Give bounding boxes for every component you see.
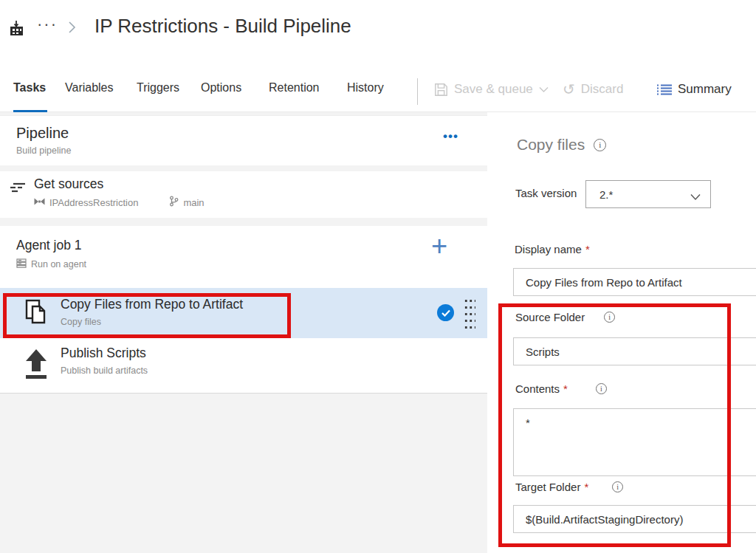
save-and-queue-button[interactable]: Save & queue [434, 82, 549, 97]
get-sources-icon [10, 182, 27, 195]
task-selected-check-icon [437, 304, 454, 321]
task-settings-title: Copy files [517, 136, 585, 154]
toolbar-divider [417, 78, 418, 105]
required-asterisk: * [585, 243, 590, 255]
save-icon [434, 83, 448, 97]
task-subtitle: Publish build artifacts [61, 365, 148, 376]
agent-job-header[interactable]: Agent job 1 Run on agent + [0, 226, 487, 288]
info-icon[interactable]: i [594, 139, 606, 151]
pipeline-more-button[interactable]: ••• [443, 129, 458, 144]
chevron-down-icon [690, 190, 701, 204]
pipeline-task-list-panel: Pipeline Build pipeline ••• Get sources [0, 112, 487, 553]
task-item-publish-scripts[interactable]: Publish Scripts Publish build artifacts [0, 338, 487, 394]
task-item-copy-files[interactable]: Copy Files from Repo to Artifact Copy fi… [0, 288, 487, 338]
tab-tasks[interactable]: Tasks [13, 81, 46, 95]
get-sources-item[interactable]: Get sources IPAddressRestriction [0, 171, 487, 218]
agent-icon [16, 258, 27, 270]
tab-retention[interactable]: Retention [269, 81, 320, 95]
agent-job-title: Agent job 1 [16, 238, 82, 253]
get-sources-title: Get sources [34, 176, 103, 192]
build-definition-icon [7, 19, 27, 38]
save-queue-chevron-icon [539, 86, 549, 93]
publish-artifacts-icon [22, 348, 50, 383]
info-icon[interactable]: i [604, 312, 615, 323]
pipeline-editor-window: ··· IP Restrictions - Build Pipeline Tas… [0, 0, 756, 553]
pipeline-header-card[interactable]: Pipeline Build pipeline ••• [0, 115, 487, 165]
task-title: Publish Scripts [61, 346, 146, 361]
pipeline-title: Pipeline [16, 125, 69, 142]
required-asterisk: * [584, 481, 588, 493]
task-settings-panel: Copy files i Task version 2.* Display na… [487, 112, 756, 553]
required-asterisk: * [563, 382, 568, 395]
page-title: IP Restrictions - Build Pipeline [94, 15, 351, 38]
repository-name: IPAddressRestriction [49, 197, 138, 208]
summary-button[interactable]: Summary [657, 82, 732, 97]
task-title: Copy Files from Repo to Artifact [61, 297, 243, 312]
breadcrumb-ellipsis-button[interactable]: ··· [37, 15, 58, 34]
tab-options[interactable]: Options [201, 81, 241, 95]
contents-label: Contents [515, 382, 560, 395]
target-folder-input[interactable] [513, 505, 756, 533]
azure-repos-icon [34, 197, 45, 208]
tab-bar: Tasks Variables Triggers Options Retenti… [0, 74, 756, 112]
tab-triggers[interactable]: Triggers [137, 81, 179, 95]
info-icon[interactable]: i [612, 481, 623, 492]
task-version-value: 2.* [599, 188, 613, 201]
tab-variables[interactable]: Variables [65, 81, 114, 95]
task-drag-handle[interactable] [463, 297, 475, 329]
display-name-label: Display name [515, 243, 582, 255]
summary-list-icon [657, 83, 672, 95]
source-folder-input[interactable] [513, 337, 756, 365]
display-name-input[interactable] [513, 268, 756, 296]
undo-icon: ↺ [563, 82, 575, 97]
breadcrumb-chevron-icon [66, 21, 77, 34]
branch-name: main [183, 197, 204, 208]
discard-button[interactable]: ↺ Discard [563, 82, 623, 97]
add-task-button[interactable]: + [431, 232, 447, 260]
task-version-dropdown[interactable]: 2.* [585, 180, 711, 208]
tab-history[interactable]: History [347, 81, 384, 95]
task-version-label: Task version [515, 187, 577, 199]
info-icon[interactable]: i [596, 383, 607, 394]
agent-job-subtitle: Run on agent [31, 259, 86, 269]
source-folder-label: Source Folder [515, 311, 585, 323]
copy-files-icon [24, 298, 50, 331]
pipeline-subtitle: Build pipeline [16, 145, 71, 156]
contents-textarea[interactable]: * [513, 408, 756, 476]
task-subtitle: Copy files [61, 317, 101, 327]
branch-icon [169, 196, 179, 209]
target-folder-label: Target Folder [515, 481, 580, 493]
